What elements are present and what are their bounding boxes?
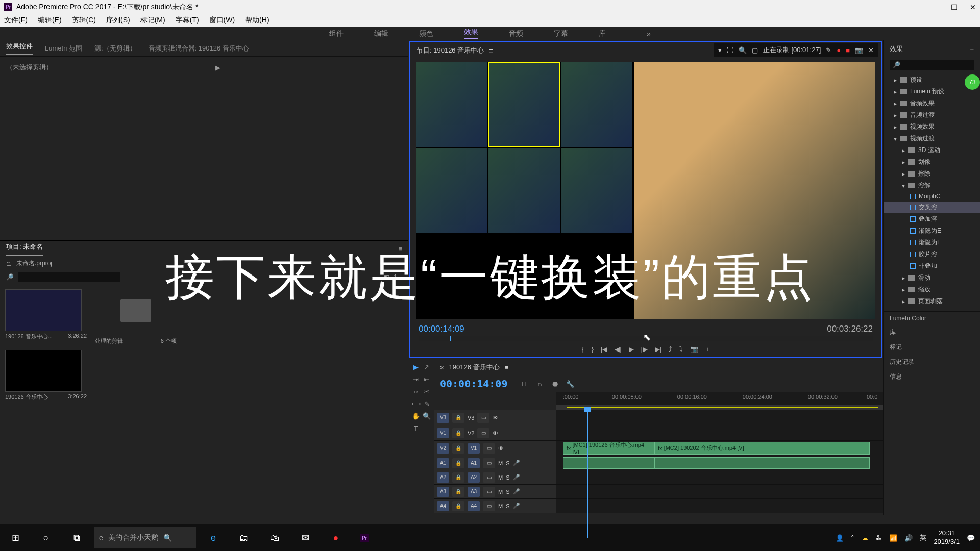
recorder-app-icon[interactable]: ● — [321, 524, 351, 551]
rec-edit-icon[interactable]: ✎ — [826, 46, 831, 54]
selection-tool[interactable]: ▶ — [411, 362, 420, 371]
slip-tool[interactable]: ⟷ — [411, 399, 421, 408]
bin-item[interactable]: 190126 音乐中心...3:26:22 — [5, 289, 87, 345]
bin-item[interactable]: 190126 音乐中心3:26:22 — [5, 350, 87, 401]
ws-assembly[interactable]: 组件 — [329, 29, 344, 38]
fx-preset-item[interactable]: 交叉溶 — [884, 202, 980, 213]
menu-window[interactable]: 窗口(W) — [209, 16, 235, 25]
step-fwd-button[interactable]: |▶ — [641, 345, 648, 353]
tab-source[interactable]: 源:（无剪辑） — [94, 44, 136, 53]
taskbar-clock[interactable]: 20:31 2019/3/1 — [934, 529, 960, 546]
go-out-button[interactable]: ▶| — [655, 345, 662, 353]
effects-search-input[interactable] — [890, 60, 974, 70]
lock-icon[interactable]: 🔒 — [452, 472, 464, 483]
menu-edit[interactable]: 编辑(E) — [38, 16, 62, 25]
lift-button[interactable]: ⤴ — [669, 345, 672, 353]
rec-target-icon[interactable]: ▢ — [752, 46, 758, 54]
track-target-a3[interactable]: A3 — [437, 487, 449, 497]
extract-button[interactable]: ⤵ — [679, 345, 683, 353]
cc-badge[interactable]: 73 — [965, 74, 980, 90]
rec-zoom-icon[interactable]: 🔍 — [739, 46, 747, 54]
premiere-app-icon[interactable]: Pr — [351, 524, 382, 551]
volume-icon[interactable]: 🔊 — [904, 534, 913, 542]
panel-menu-icon[interactable]: ≡ — [489, 47, 493, 55]
lock-icon[interactable]: 🔒 — [452, 428, 464, 438]
lock-icon[interactable]: 🔒 — [452, 458, 464, 468]
tab-markers[interactable]: 标记 — [884, 340, 980, 355]
time-ruler[interactable]: :00:00 00:00:08:00 00:00:16:00 00:00:24:… — [556, 392, 883, 405]
solo-button[interactable]: S — [506, 474, 509, 481]
menu-sequence[interactable]: 序列(S) — [106, 16, 130, 25]
rec-menu-icon[interactable]: ▾ — [718, 46, 722, 54]
ws-editing[interactable]: 编辑 — [374, 29, 388, 38]
toggle-sync-icon[interactable]: ▭ — [477, 413, 489, 423]
fx-preset-item[interactable]: 渐隐为E — [884, 225, 980, 237]
marker-button[interactable]: ⬣ — [550, 379, 559, 388]
settings-button[interactable]: 🔧 — [566, 379, 575, 388]
type-tool[interactable]: T — [411, 423, 421, 433]
solo-button[interactable]: S — [506, 460, 509, 466]
ws-overflow-button[interactable]: » — [647, 30, 651, 38]
ws-effects[interactable]: 效果 — [464, 28, 478, 39]
rolling-tool[interactable]: ⇤ — [422, 374, 431, 384]
cam-7-empty[interactable] — [416, 234, 487, 319]
tab-project[interactable]: 项目: 未命名 — [6, 242, 43, 256]
cam-9-empty[interactable] — [561, 234, 632, 319]
audio-clip[interactable] — [654, 457, 870, 469]
minimize-button[interactable]: — — [932, 3, 939, 11]
cam-3[interactable] — [561, 62, 632, 147]
fx-folder-item[interactable]: ▸ 页面剥落 — [884, 295, 980, 307]
wifi-icon[interactable]: 📶 — [889, 534, 897, 542]
track-target-a2[interactable]: A2 — [437, 472, 449, 483]
pen-tool[interactable]: ✎ — [423, 399, 431, 408]
track-target-a1[interactable]: A1 — [437, 458, 449, 468]
tab-info[interactable]: 信息 — [884, 369, 980, 384]
onedrive-icon[interactable]: ☁ — [862, 534, 868, 542]
hand-tool[interactable]: ✋ — [411, 411, 420, 420]
close-button[interactable]: ✕ — [970, 3, 976, 11]
fx-folder-item[interactable]: ▸ 划像 — [884, 156, 980, 168]
tab-lumetri-scopes[interactable]: Lumetri 范围 — [45, 44, 82, 53]
fx-folder-item[interactable]: ▸ 3D 运动 — [884, 144, 980, 156]
eye-icon[interactable]: 👁 — [493, 415, 498, 421]
mute-button[interactable]: M — [498, 503, 503, 509]
maximize-button[interactable]: ☐ — [951, 3, 958, 11]
track-target-a4[interactable]: A4 — [437, 501, 449, 511]
panel-menu-icon[interactable]: ≡ — [970, 44, 974, 52]
cam-8-empty[interactable] — [488, 234, 559, 319]
expand-icon[interactable]: ▶ — [215, 64, 220, 71]
tab-history[interactable]: 历史记录 — [884, 355, 980, 369]
menu-file[interactable]: 文件(F) — [4, 16, 28, 25]
explorer-app-icon[interactable]: 🗂 — [229, 524, 259, 551]
menu-title[interactable]: 字幕(T) — [176, 16, 199, 25]
mic-icon[interactable]: 🎤 — [513, 474, 520, 481]
lock-icon[interactable]: 🔒 — [452, 413, 464, 423]
mute-button[interactable]: M — [498, 460, 503, 466]
rec-camera-icon[interactable]: 📷 — [855, 46, 863, 54]
lock-icon[interactable]: 🔒 — [452, 501, 464, 511]
eye-icon[interactable]: 👁 — [498, 445, 504, 452]
fx-folder-item[interactable]: ▸ 音频效果 — [884, 97, 980, 109]
mark-out-button[interactable]: } — [591, 345, 593, 353]
monitor-viewport[interactable] — [416, 62, 875, 319]
track-target-v2[interactable]: V2 — [437, 443, 449, 454]
solo-button[interactable]: S — [506, 503, 509, 509]
mini-playhead[interactable] — [450, 336, 451, 341]
start-button[interactable]: ⊞ — [0, 524, 31, 551]
ws-libraries[interactable]: 库 — [599, 29, 606, 38]
notifications-icon[interactable]: 💬 — [967, 534, 975, 542]
taskview-button[interactable]: ⧉ — [61, 524, 92, 551]
mic-icon[interactable]: 🎤 — [513, 460, 520, 466]
lock-icon[interactable]: 🔒 — [452, 443, 464, 454]
fx-folder-item[interactable]: ▾ 视频过渡 — [884, 133, 980, 144]
toggle-sync-icon[interactable]: ▭ — [483, 443, 495, 454]
tab-lumetri-color[interactable]: Lumetri Color — [884, 312, 980, 325]
mute-button[interactable]: M — [498, 474, 503, 481]
step-back-button[interactable]: ◀| — [615, 345, 621, 353]
ime-indicator[interactable]: 英 — [920, 533, 926, 542]
people-icon[interactable]: 👤 — [836, 534, 844, 542]
playhead[interactable] — [587, 410, 588, 538]
fx-preset-item[interactable]: 胶片溶 — [884, 248, 980, 260]
ws-captions[interactable]: 字幕 — [554, 29, 568, 38]
network-icon[interactable]: 🖧 — [875, 534, 882, 542]
